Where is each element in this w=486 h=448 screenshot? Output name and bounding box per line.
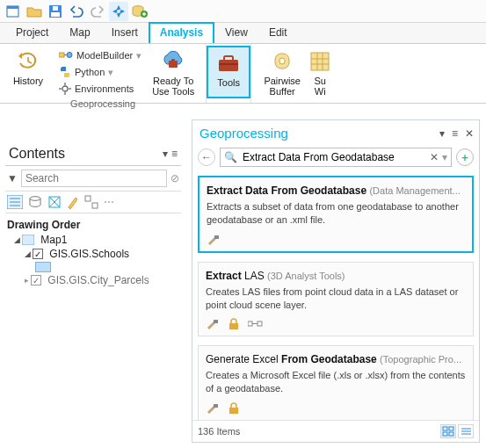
svg-point-10 (62, 86, 68, 91)
save-icon[interactable] (46, 2, 65, 21)
hammer-icon (206, 402, 220, 415)
filter-icon[interactable]: ▼ (7, 172, 18, 184)
tab-analysis[interactable]: Analysis (149, 22, 214, 43)
svg-rect-36 (214, 235, 219, 239)
add-data-icon[interactable] (130, 2, 149, 21)
layer-node[interactable]: ◢✓ GIS.GIS.Schools (5, 247, 181, 261)
tool-desc: Creates a Microsoft Excel file (.xls or … (206, 369, 466, 395)
python-icon (59, 66, 71, 78)
pane-title: Geoprocessing (199, 126, 288, 141)
ribbon-group-label: Geoprocessing (5, 98, 200, 111)
svg-rect-7 (59, 53, 64, 57)
svg-rect-3 (51, 12, 60, 17)
lock-icon (228, 402, 239, 415)
list-by-selection-icon[interactable] (47, 195, 62, 209)
undo-icon[interactable] (67, 2, 86, 21)
pairwise-buffer-button[interactable]: Pairwise Buffer (257, 46, 308, 98)
clear-search-icon[interactable]: ✕ (430, 151, 439, 163)
new-project-icon[interactable] (4, 2, 23, 21)
buffer-icon (270, 49, 294, 74)
add-tool-button[interactable]: ＋ (456, 148, 474, 166)
tab-project[interactable]: Project (5, 23, 59, 43)
explore-icon[interactable] (109, 2, 128, 21)
tool-card[interactable]: Extract LAS (3D Analyst Tools) Creates L… (198, 262, 474, 337)
tab-insert[interactable]: Insert (101, 23, 149, 43)
history-button[interactable]: History (5, 46, 51, 98)
python-button[interactable]: Python▾ (55, 64, 145, 81)
summarize-within-button[interactable]: Su Wi (308, 46, 332, 98)
pane-close-icon[interactable]: ✕ (465, 127, 474, 140)
tab-view[interactable]: View (214, 23, 258, 43)
tool-desc: Creates LAS files from point cloud data … (206, 285, 466, 312)
svg-rect-35 (22, 235, 34, 245)
svg-point-31 (30, 197, 40, 201)
search-clear-icon[interactable]: ⊘ (170, 172, 179, 184)
svg-point-8 (67, 53, 72, 58)
map-icon (22, 235, 34, 245)
history-icon (17, 49, 40, 74)
svg-rect-18 (224, 56, 233, 61)
svg-rect-19 (219, 63, 238, 65)
back-button[interactable]: ← (198, 148, 215, 166)
tab-edit[interactable]: Edit (258, 23, 298, 43)
layer-symbol[interactable] (5, 261, 181, 273)
contents-title: Contents (9, 146, 65, 162)
more-icon[interactable]: ⋯ (104, 196, 114, 208)
tab-map[interactable]: Map (59, 23, 100, 43)
contents-pane: Contents ▾ ≡ ▼ ⊘ ⋯ Drawing Order ◢ Map1 … (5, 142, 181, 287)
contents-toolbar: ⋯ (5, 191, 181, 213)
lock-icon (228, 318, 239, 330)
search-icon: 🔍 (224, 151, 237, 163)
view-grid-button[interactable] (440, 424, 456, 438)
pane-options-icon[interactable]: ≡ (452, 127, 458, 140)
svg-rect-47 (449, 432, 453, 436)
list-by-source-icon[interactable] (28, 195, 42, 209)
hammer-icon (207, 234, 221, 246)
layer-checkbox[interactable]: ✓ (33, 249, 43, 259)
svg-rect-42 (214, 404, 218, 408)
svg-rect-4 (53, 6, 58, 11)
drawing-order-label: Drawing Order (5, 213, 181, 233)
svg-rect-43 (229, 408, 238, 414)
modelbuilder-button[interactable]: ModelBuilder▾ (55, 47, 145, 64)
tool-card[interactable]: Extract Data From Geodatabase (Data Mana… (198, 176, 474, 253)
tool-search-input[interactable] (241, 150, 430, 164)
list-by-drawing-icon[interactable] (7, 195, 23, 209)
svg-rect-37 (214, 320, 218, 323)
svg-rect-40 (258, 322, 262, 326)
cloud-tools-icon (160, 49, 186, 74)
layer-node[interactable]: ▸✓ GIS.GIS.City_Parcels (5, 273, 181, 287)
contents-search-input[interactable] (21, 170, 167, 187)
layer-checkbox[interactable]: ✓ (31, 275, 41, 285)
menu-icon[interactable]: ≡ (171, 148, 178, 160)
ribbon-tabs: Project Map Insert Analysis View Edit (0, 23, 486, 44)
ready-to-use-tools-button[interactable]: Ready To Use Tools (146, 46, 200, 98)
svg-rect-16 (171, 59, 175, 61)
view-list-button[interactable] (458, 424, 474, 438)
pane-undock-icon[interactable]: ▾ (439, 127, 445, 140)
results-list: Extract Data From Geodatabase (Data Mana… (192, 170, 479, 420)
summarize-icon (309, 49, 330, 74)
svg-rect-39 (248, 322, 252, 326)
tool-card[interactable]: Generate Excel From Geodatabase (Topogra… (198, 345, 474, 420)
map-node[interactable]: ◢ Map1 (5, 233, 181, 247)
dock-icon[interactable]: ▾ (163, 148, 168, 160)
environments-button[interactable]: Environments (55, 81, 145, 98)
tools-button[interactable]: Tools (207, 46, 250, 98)
svg-rect-33 (85, 196, 91, 201)
svg-rect-38 (229, 323, 238, 329)
svg-rect-22 (311, 53, 329, 70)
redo-icon[interactable] (88, 2, 107, 21)
open-project-icon[interactable] (25, 2, 44, 21)
toolbox-icon (216, 51, 241, 76)
ribbon: History ModelBuilder▾ Python▾ Environmen… (0, 44, 486, 104)
tool-desc: Extracts a subset of data from one geoda… (207, 200, 465, 227)
tool-search-box[interactable]: 🔍 ✕ ▾ (220, 148, 452, 167)
svg-rect-45 (449, 427, 453, 430)
svg-rect-15 (169, 61, 178, 68)
svg-rect-34 (92, 203, 98, 208)
model-icon (248, 318, 264, 330)
list-by-editing-icon[interactable] (67, 195, 79, 209)
list-by-snapping-icon[interactable] (84, 195, 98, 209)
svg-rect-44 (443, 427, 447, 430)
